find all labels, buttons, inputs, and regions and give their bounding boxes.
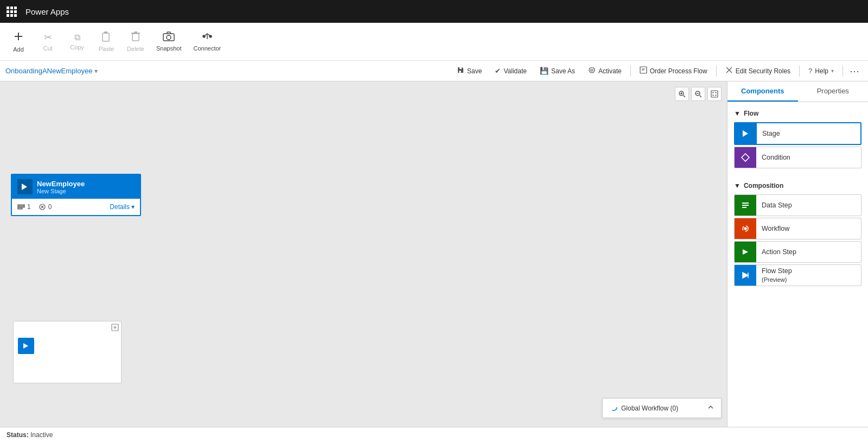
svg-point-24: [610, 404, 617, 411]
delete-icon: [131, 31, 141, 44]
help-action-label: Help: [815, 67, 828, 75]
stat-steps: 1: [17, 203, 31, 211]
mini-stage-icon: [18, 338, 34, 354]
svg-rect-4: [132, 34, 139, 41]
component-item-condition[interactable]: Condition: [734, 147, 861, 168]
validate-action-label: Validate: [503, 67, 526, 75]
svg-marker-33: [743, 273, 748, 278]
condition-comp-icon: [735, 147, 756, 168]
status-label: Status:: [7, 431, 29, 439]
flow-section: ▼ Flow Stage Condition: [727, 102, 868, 174]
toolbar-separator-4: [843, 66, 843, 77]
waffle-menu[interactable]: [7, 7, 17, 17]
cut-button[interactable]: ✂ Cut: [34, 28, 62, 55]
mini-stage-card[interactable]: [13, 321, 122, 383]
breadcrumb-title[interactable]: OnboardingANewEmployee: [5, 67, 92, 75]
composition-section-label: Composition: [744, 182, 783, 190]
details-label: Details: [110, 203, 130, 211]
save-action-button[interactable]: Save: [451, 64, 487, 78]
svg-marker-17: [22, 184, 27, 190]
saveas-action-icon: 💾: [540, 67, 548, 75]
component-item-actionstep[interactable]: Action Step: [734, 241, 861, 263]
more-options-button[interactable]: ⋯: [846, 65, 863, 77]
paste-label: Paste: [99, 46, 114, 52]
security-action-label: Edit Security Roles: [736, 67, 790, 75]
snapshot-label: Snapshot: [156, 45, 181, 52]
datastep-comp-label: Data Step: [756, 201, 797, 209]
zoom-out-button[interactable]: [691, 87, 705, 101]
help-action-button[interactable]: ? Help ▾: [803, 65, 839, 77]
workflow-comp-icon: [735, 218, 756, 239]
paste-button[interactable]: Paste: [92, 28, 120, 55]
activate-action-icon: [588, 66, 596, 75]
top-bar: Power Apps: [0, 0, 868, 23]
orderflow-action-label: Order Process Flow: [650, 67, 707, 75]
orderflow-action-button[interactable]: Order Process Flow: [634, 64, 713, 78]
add-label: Add: [13, 46, 24, 53]
stage-card-title: NewEmployee: [37, 180, 85, 188]
right-panel: Components Properties ▼ Flow Stage Co: [727, 81, 868, 427]
stage-card[interactable]: NewEmployee New Stage 1 0 Details: [11, 174, 141, 216]
copy-icon: ⧉: [74, 33, 80, 42]
svg-rect-28: [742, 205, 749, 206]
condition-comp-label: Condition: [756, 154, 796, 161]
delete-button[interactable]: Delete: [122, 28, 150, 55]
sub-toolbar: OnboardingANewEmployee ▾ Save ✔ Validate…: [0, 61, 868, 81]
canvas-area[interactable]: NewEmployee New Stage 1 0 Details: [0, 81, 727, 427]
saveas-action-button[interactable]: 💾 Save As: [534, 65, 580, 77]
flow-section-label: Flow: [744, 110, 758, 117]
component-item-stage[interactable]: Stage: [734, 122, 861, 145]
conditions-count: 0: [48, 203, 52, 211]
composition-section-header[interactable]: ▼ Composition: [727, 179, 868, 193]
breadcrumb: OnboardingANewEmployee ▾: [5, 67, 98, 75]
tab-properties[interactable]: Properties: [798, 81, 869, 102]
toolbar-separator-3: [799, 66, 800, 77]
svg-point-11: [589, 67, 595, 73]
svg-point-8: [167, 35, 171, 40]
component-item-workflow[interactable]: Workflow: [734, 218, 861, 239]
save-action-label: Save: [467, 67, 482, 75]
svg-rect-27: [742, 203, 749, 204]
flow-section-header[interactable]: ▼ Flow: [727, 106, 868, 121]
actionstep-comp-label: Action Step: [756, 248, 802, 256]
validate-action-button[interactable]: ✔ Validate: [489, 65, 532, 77]
copy-label: Copy: [70, 44, 84, 50]
paste-icon: [101, 31, 111, 44]
security-action-button[interactable]: Edit Security Roles: [720, 64, 796, 78]
component-item-datastep[interactable]: Data Step: [734, 194, 861, 216]
actionstep-comp-icon: [735, 242, 756, 262]
validate-action-icon: ✔: [495, 67, 501, 75]
stage-comp-label: Stage: [757, 130, 786, 137]
mini-stage-header: [14, 321, 121, 333]
svg-rect-20: [18, 208, 22, 209]
zoom-in-button[interactable]: [675, 87, 689, 101]
add-button[interactable]: Add: [4, 28, 33, 56]
svg-rect-6: [134, 31, 137, 33]
svg-marker-23: [23, 343, 28, 349]
svg-rect-29: [742, 207, 746, 208]
copy-button[interactable]: ⧉ Copy: [63, 29, 91, 54]
datastep-comp-icon: [735, 195, 756, 216]
flow-section-arrow: ▼: [734, 110, 741, 117]
mini-stage-icon-area: [14, 333, 121, 358]
fit-page-button[interactable]: [707, 87, 722, 101]
svg-rect-18: [18, 205, 24, 206]
stage-card-stats: 1 0: [17, 203, 52, 211]
cut-icon: ✂: [44, 31, 52, 43]
snapshot-button[interactable]: Snapshot: [151, 28, 187, 55]
global-workflow-left: Global Workflow (0): [609, 403, 678, 413]
breadcrumb-chevron[interactable]: ▾: [94, 67, 98, 75]
connector-button[interactable]: Connector: [188, 28, 226, 55]
details-button[interactable]: Details ▾: [110, 203, 135, 211]
toolbar-section: Add ✂ Cut ⧉ Copy Paste Delete Snapshot: [4, 28, 226, 56]
global-workflow-collapse-icon[interactable]: [707, 403, 714, 413]
global-workflow-bar[interactable]: Global Workflow (0): [602, 398, 722, 418]
connector-icon: [202, 31, 213, 43]
stage-card-subtitle: New Stage: [37, 188, 85, 194]
svg-marker-25: [743, 130, 748, 137]
save-action-icon: [457, 66, 464, 75]
svg-point-31: [744, 228, 746, 230]
activate-action-button[interactable]: Activate: [583, 64, 627, 78]
tab-components[interactable]: Components: [727, 81, 798, 102]
component-item-flowstep[interactable]: Flow Step(Preview): [734, 264, 861, 286]
